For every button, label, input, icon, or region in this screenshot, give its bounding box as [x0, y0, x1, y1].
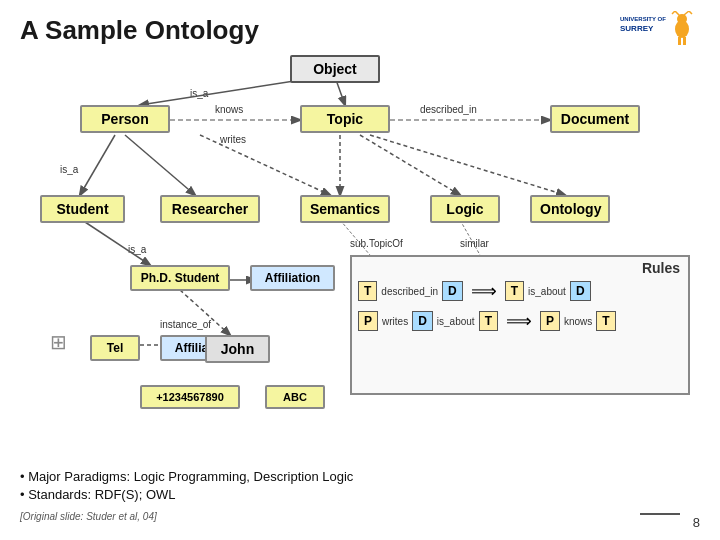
page-title: A Sample Ontology — [20, 15, 259, 46]
header: A Sample Ontology UNIVERSITY OF SURREY — [20, 10, 700, 50]
box-ontology: Ontology — [530, 195, 610, 223]
rule-row-2: P writes D is_about T ⟹ P knows T — [358, 310, 682, 332]
rules-panel: Rules T described_in D ⟹ T is_about D P … — [350, 255, 690, 395]
bullet-2: • Standards: RDF(S); OWL — [20, 487, 353, 502]
svg-line-4 — [675, 11, 680, 16]
svg-point-1 — [675, 20, 689, 38]
svg-line-18 — [200, 135, 330, 195]
box-tel: Tel — [90, 335, 140, 361]
box-phd-student: Ph.D. Student — [130, 265, 230, 291]
university-logo: UNIVERSITY OF SURREY — [620, 10, 700, 50]
svg-rect-2 — [678, 37, 681, 45]
rule-implies-2: ⟹ — [506, 310, 532, 332]
rule-p2: P — [540, 311, 560, 331]
rules-title: Rules — [352, 257, 688, 276]
svg-line-26 — [370, 135, 565, 195]
rule-knows: knows — [564, 316, 592, 327]
svg-rect-3 — [683, 37, 686, 45]
rule-is-about-1: is_about — [528, 286, 566, 297]
rule-t1: T — [358, 281, 377, 301]
stack-icon: ⊞ — [50, 330, 67, 354]
slide: A Sample Ontology UNIVERSITY OF SURREY — [0, 0, 720, 540]
rule-t4: T — [596, 311, 615, 331]
svg-text:sub.TopicOf: sub.TopicOf — [350, 238, 403, 249]
rule-row-1: T described_in D ⟹ T is_about D — [358, 280, 682, 302]
box-semantics: Semantics — [300, 195, 390, 223]
svg-text:UNIVERSITY OF: UNIVERSITY OF — [620, 16, 666, 22]
svg-line-30 — [82, 220, 150, 265]
rule-p1: P — [358, 311, 378, 331]
svg-text:is_a: is_a — [60, 164, 79, 175]
box-person: Person — [80, 105, 170, 133]
box-phone: +1234567890 — [140, 385, 240, 409]
svg-line-5 — [684, 11, 689, 15]
svg-line-28 — [460, 220, 480, 255]
rule-d2: D — [570, 281, 591, 301]
svg-text:SURREY: SURREY — [620, 24, 654, 33]
rule-implies-1: ⟹ — [471, 280, 497, 302]
svg-text:described_in: described_in — [420, 104, 477, 115]
box-student: Student — [40, 195, 125, 223]
bullet-1: • Major Paradigms: Logic Programming, De… — [20, 469, 353, 484]
rule-t3: T — [479, 311, 498, 331]
svg-text:similar: similar — [460, 238, 490, 249]
svg-line-27 — [340, 220, 370, 255]
svg-text:instance_of: instance_of — [160, 319, 211, 330]
rule-t2: T — [505, 281, 524, 301]
box-john: John — [205, 335, 270, 363]
divider-line — [640, 513, 680, 515]
svg-line-21 — [125, 135, 195, 195]
bullets-section: • Major Paradigms: Logic Programming, De… — [20, 469, 353, 505]
box-logic: Logic — [430, 195, 500, 223]
rule-d1: D — [442, 281, 463, 301]
box-object: Object — [290, 55, 380, 83]
box-topic: Topic — [300, 105, 390, 133]
svg-line-7 — [689, 11, 692, 14]
svg-line-25 — [360, 135, 460, 195]
logo-svg: UNIVERSITY OF SURREY — [620, 11, 700, 49]
box-affiliation-top: Affiliation — [250, 265, 335, 291]
svg-text:is_a: is_a — [190, 88, 209, 99]
rule-is-about-2: is_about — [437, 316, 475, 327]
svg-line-6 — [672, 11, 675, 14]
svg-text:writes: writes — [219, 134, 246, 145]
svg-text:is_a: is_a — [128, 244, 147, 255]
box-document: Document — [550, 105, 640, 133]
rule-d3: D — [412, 311, 433, 331]
svg-line-33 — [180, 290, 230, 335]
rule-writes: writes — [382, 316, 408, 327]
rule-described-in: described_in — [381, 286, 438, 297]
svg-text:knows: knows — [215, 104, 243, 115]
ontology-diagram: is_a Topic (dashed) --> Document (dashed… — [20, 55, 700, 425]
citation: [Original slide: Studer et al, 04] — [20, 511, 157, 522]
box-abc: ABC — [265, 385, 325, 409]
box-researcher: Researcher — [160, 195, 260, 223]
page-number: 8 — [693, 515, 700, 530]
svg-line-20 — [80, 135, 115, 195]
